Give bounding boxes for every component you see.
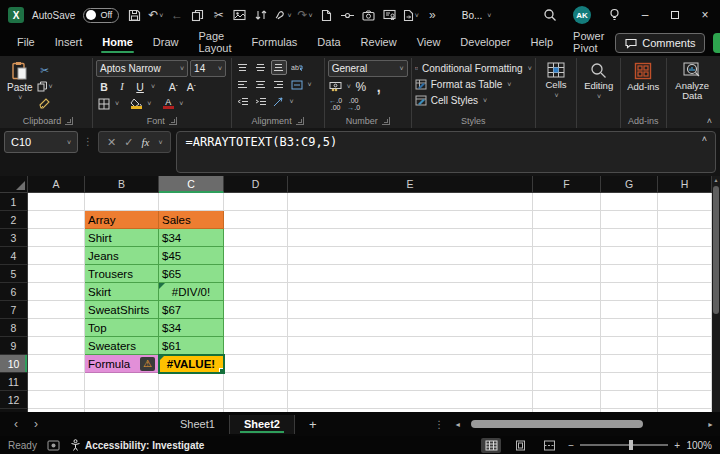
cell-C7[interactable]: $67 — [159, 301, 224, 319]
cell-A9[interactable] — [28, 337, 85, 355]
undo-icon[interactable]: ↶˅ — [148, 7, 163, 23]
cell-B12[interactable] — [85, 391, 159, 409]
cell-B9[interactable]: Sweaters — [85, 337, 159, 355]
zoom-out-icon[interactable]: − — [568, 440, 574, 451]
wrap-text-button[interactable]: ab — [289, 60, 305, 75]
align-left-button[interactable] — [235, 77, 251, 92]
cell-G5[interactable] — [601, 265, 658, 283]
cell-C4[interactable]: $45 — [159, 247, 224, 265]
cell-F11[interactable] — [533, 373, 601, 391]
decrease-font-button[interactable]: Aˇ — [183, 79, 199, 94]
cell-B8[interactable]: Top — [85, 319, 159, 337]
font-size-combo[interactable]: 14˅ — [190, 60, 226, 77]
normal-view-button[interactable] — [481, 438, 501, 453]
cell-G4[interactable] — [601, 247, 658, 265]
cell-H12[interactable] — [658, 391, 712, 409]
top-align-button[interactable] — [235, 60, 251, 75]
cell-H4[interactable] — [658, 247, 712, 265]
cell-C12[interactable] — [159, 391, 224, 409]
formula-input[interactable]: =ARRAYTOTEXT(B3:C9,5) ˄ — [176, 131, 716, 173]
cell-D8[interactable] — [224, 319, 288, 337]
macro-record-icon[interactable] — [47, 440, 60, 451]
cell-B11[interactable] — [85, 373, 159, 391]
cell-F13[interactable] — [533, 409, 601, 412]
excel-logo-icon[interactable]: X — [8, 7, 24, 23]
cell-C13[interactable] — [159, 409, 224, 412]
cell-B3[interactable]: Shirt — [85, 229, 159, 247]
cell-D1[interactable] — [224, 193, 288, 211]
copy-icon[interactable] — [190, 7, 205, 23]
cell-D2[interactable] — [224, 211, 288, 229]
alignment-dialog-launcher-icon[interactable] — [296, 117, 304, 125]
cell-G1[interactable] — [601, 193, 658, 211]
cell-G12[interactable] — [601, 391, 658, 409]
cell-E5[interactable] — [288, 265, 533, 283]
row-header-10[interactable]: 10 — [0, 355, 28, 373]
cell-C3[interactable]: $34 — [159, 229, 224, 247]
horizontal-scrollbar-thumb[interactable] — [471, 420, 643, 428]
workbook-name[interactable]: Bo...˅ — [462, 10, 492, 21]
merge-center-button[interactable] — [289, 77, 305, 92]
tab-data[interactable]: Data — [308, 32, 349, 54]
certificate-icon[interactable] — [382, 7, 397, 23]
column-header-G[interactable]: G — [601, 176, 658, 193]
save-icon[interactable] — [127, 7, 142, 23]
accounting-format-button[interactable] — [328, 79, 344, 94]
search-icon[interactable] — [542, 7, 557, 23]
row-header-3[interactable]: 3 — [0, 229, 28, 247]
orientation-button[interactable] — [271, 94, 287, 109]
tab-draw[interactable]: Draw — [144, 32, 188, 54]
orientation-dropdown-icon[interactable]: ˅ — [290, 98, 294, 105]
next-sheet-icon[interactable]: › — [26, 417, 46, 431]
font-dialog-launcher-icon[interactable] — [169, 117, 177, 125]
cell-F3[interactable] — [533, 229, 601, 247]
cell-B13[interactable] — [85, 409, 159, 412]
tab-home[interactable]: Home — [93, 32, 142, 54]
cell-F4[interactable] — [533, 247, 601, 265]
cell-C10-selected[interactable]: #VALUE! — [159, 355, 224, 373]
share-button[interactable]: Share ˅ — [713, 33, 720, 53]
column-header-B[interactable]: B — [85, 176, 159, 193]
page-layout-view-button[interactable] — [510, 438, 530, 453]
format-painter-icon[interactable]: ˅ — [274, 7, 291, 23]
copy-button[interactable]: ˅ — [37, 79, 53, 94]
cell-C2[interactable]: Sales — [159, 211, 224, 229]
cell-A3[interactable] — [28, 229, 85, 247]
zoom-slider-thumb[interactable] — [629, 440, 633, 450]
cell-E1[interactable] — [288, 193, 533, 211]
bottom-align-button[interactable] — [271, 60, 287, 75]
cell-A10[interactable] — [28, 355, 85, 373]
sheet-tab-sheet1[interactable]: Sheet1 — [166, 415, 229, 434]
confirm-entry-icon[interactable]: ✓ — [124, 136, 133, 149]
cell-B7[interactable]: SweatShirts — [85, 301, 159, 319]
column-header-F[interactable]: F — [533, 176, 601, 193]
cell-H10[interactable] — [658, 355, 712, 373]
row-header-1[interactable]: 1 — [0, 193, 28, 211]
cell-A4[interactable] — [28, 247, 85, 265]
cell-B6[interactable]: Skirt — [85, 283, 159, 301]
italic-button[interactable]: I — [114, 79, 130, 94]
borders-button[interactable] — [96, 96, 112, 111]
pin-icon[interactable] — [340, 7, 355, 23]
cell-E2[interactable] — [288, 211, 533, 229]
cell-D12[interactable] — [224, 391, 288, 409]
cell-F10[interactable] — [533, 355, 601, 373]
analyze-data-button[interactable]: Analyze Data — [670, 60, 715, 102]
cell-H13[interactable] — [658, 409, 712, 412]
cell-H3[interactable] — [658, 229, 712, 247]
fill-color-button[interactable] — [128, 96, 144, 111]
cell-C8[interactable]: $34 — [159, 319, 224, 337]
cell-styles-button[interactable]: Cell Styles˅ — [415, 92, 532, 108]
tab-insert[interactable]: Insert — [46, 32, 92, 54]
cell-E4[interactable] — [288, 247, 533, 265]
cell-A12[interactable] — [28, 391, 85, 409]
scrollbar-grip-icon[interactable]: ⋮ — [434, 419, 444, 430]
decrease-indent-button[interactable] — [235, 94, 251, 109]
column-header-H[interactable]: H — [658, 176, 712, 193]
column-header-E[interactable]: E — [288, 176, 533, 193]
new-file-icon[interactable] — [319, 7, 334, 23]
collapse-ribbon-icon[interactable]: ˄ — [707, 116, 712, 126]
row-header-2[interactable]: 2 — [0, 211, 28, 229]
cell-H5[interactable] — [658, 265, 712, 283]
cut-button[interactable]: ✂ — [37, 62, 53, 77]
